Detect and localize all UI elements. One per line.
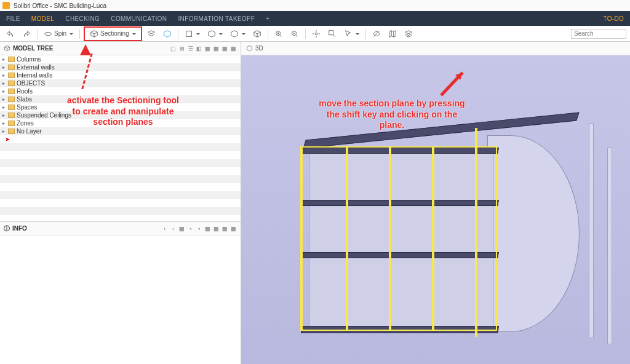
section-cut-edge [432,148,434,330]
map-icon[interactable] [386,28,399,39]
tree-item-objects[interactable]: ▸OBJECTS [0,79,241,87]
tree-item-no-layer[interactable]: ▸No Layer [0,127,241,135]
menu-checking[interactable]: CHECKING [65,15,100,22]
spin-dropdown[interactable]: Spin [41,28,76,39]
model-tree-icon [4,45,10,52]
info-tool-prev[interactable]: ‹ [161,225,168,232]
view-3d-icon [246,45,253,52]
redo-button[interactable] [20,28,33,39]
folder-icon [8,81,15,86]
info-body [0,235,241,364]
tree-tool-5[interactable]: ▦ [204,45,211,52]
folder-icon [8,129,15,134]
menu-add-tab[interactable]: + [266,15,269,22]
tree-item-zones[interactable]: ▸Zones [0,119,241,127]
section-cut-edge [300,146,303,331]
toolbar: Spin Sectioning [0,26,630,42]
tree-tool-2[interactable]: ⊞ [178,45,185,52]
sectioning-label: Sectioning [100,30,129,37]
viewport-3d[interactable]: move the section plane by pressingthe sh… [241,55,630,364]
building-column [607,148,612,344]
folder-icon [8,113,15,118]
section-cut-outline [300,146,497,331]
info-tool-8[interactable]: ▦ [221,225,228,232]
folder-icon [8,105,15,110]
info-header: ⓘ INFO ‹ › ▦ ▪ ▪ ▦ ▦ ▦ ▦ [0,222,241,235]
info-title: INFO [12,225,27,232]
svg-rect-4 [329,30,333,34]
layers-icon[interactable] [402,28,415,39]
menu-information-takeoff[interactable]: INFORMATION TAKEOFF [178,15,255,22]
tree-item-spaces[interactable]: ▸Spaces [0,103,241,111]
tree-item-external-walls[interactable]: ▸External walls [0,63,241,71]
model-tree-header: MODEL TREE ⬚ ⊞ ☰ ◧ ▦ ▦ ▦ ▦ [0,42,241,55]
annotation-arrow-right [438,68,469,98]
sectioning-dropdown[interactable]: Sectioning [87,28,138,39]
model-tree[interactable]: ▸Columns ▸External walls ▸Internal walls… [0,55,241,221]
spin-label: Spin [54,30,66,37]
info-tool-next[interactable]: › [170,225,177,232]
menu-file[interactable]: FILE [6,15,20,22]
view-cube-2[interactable] [205,28,225,39]
view-cube-3[interactable] [228,28,248,39]
info-icon: ⓘ [4,224,10,233]
tree-item-internal-walls[interactable]: ▸Internal walls [0,71,241,79]
model-tree-toolbar: ⬚ ⊞ ☰ ◧ ▦ ▦ ▦ ▦ [170,45,237,52]
info-tool-6[interactable]: ▦ [204,225,211,232]
zoom-in-icon[interactable] [272,28,285,39]
view-cube-1[interactable] [182,28,202,39]
folder-icon [8,121,15,126]
building-curved-facade [487,135,580,332]
view-3d-panel: 3D [241,42,630,364]
tree-item-columns[interactable]: ▸Columns [0,55,241,63]
section-cut-edge [475,128,477,337]
pointer-dropdown[interactable] [341,28,362,39]
tree-cursor-row: ➤ [0,135,241,143]
svg-point-3 [315,33,317,35]
annotation-arrowhead-left [78,43,94,59]
cursor-icon: ➤ [2,136,10,143]
hide-icon[interactable] [370,28,383,39]
tree-tool-1[interactable]: ⬚ [170,45,177,52]
main-area: MODEL TREE ⬚ ⊞ ☰ ◧ ▦ ▦ ▦ ▦ ▸Columns ▸Ext… [0,42,630,364]
menu-communication[interactable]: COMMUNICATION [111,15,167,22]
zoom-window-icon[interactable] [325,28,339,39]
tree-item-roofs[interactable]: ▸Roofs [0,87,241,95]
info-tool-7[interactable]: ▦ [213,225,220,232]
zoom-out-icon[interactable] [288,28,301,39]
tree-item-slabs[interactable]: ▸Slabs [0,95,241,103]
folder-icon [8,97,15,102]
building-column [589,123,594,338]
left-column: MODEL TREE ⬚ ⊞ ☰ ◧ ▦ ▦ ▦ ▦ ▸Columns ▸Ext… [0,42,241,364]
title-bar: Solibri Office - SMC Building-Luca [0,0,630,11]
window-title: Solibri Office - SMC Building-Luca [14,2,106,9]
tree-tool-6[interactable]: ▦ [213,45,220,52]
view-3d-title: 3D [255,45,263,52]
model-tree-title: MODEL TREE [13,45,53,52]
search-input[interactable] [571,29,626,39]
tree-tool-7[interactable]: ▦ [221,45,228,52]
menu-model[interactable]: MODEL [31,15,55,22]
wireframe-icon[interactable] [250,28,264,39]
isolate-icon[interactable] [145,28,158,39]
section-cut-edge [389,148,391,330]
tree-tool-8[interactable]: ▦ [230,45,237,52]
svg-rect-0 [186,31,191,36]
tree-item-suspended-ceilings[interactable]: ▸Suspended Ceilings [0,111,241,119]
app-logo [2,2,10,9]
folder-icon [8,73,15,78]
tree-tool-3[interactable]: ☰ [187,45,194,52]
info-tool-4[interactable]: ▪ [187,225,194,232]
tree-tool-4[interactable]: ◧ [196,45,202,52]
folder-icon [8,57,15,62]
info-panel: ⓘ INFO ‹ › ▦ ▪ ▪ ▦ ▦ ▦ ▦ [0,221,241,364]
focus-icon[interactable] [309,28,323,39]
info-tool-5[interactable]: ▪ [196,225,202,232]
menu-bar: FILE MODEL CHECKING COMMUNICATION INFORM… [0,11,630,26]
folder-icon [8,65,15,70]
info-tool-3[interactable]: ▦ [178,225,185,232]
menu-todo[interactable]: TO-DO [603,15,624,22]
cube-colored-icon[interactable] [161,28,174,39]
undo-button[interactable] [4,28,17,39]
info-tool-9[interactable]: ▦ [230,225,237,232]
